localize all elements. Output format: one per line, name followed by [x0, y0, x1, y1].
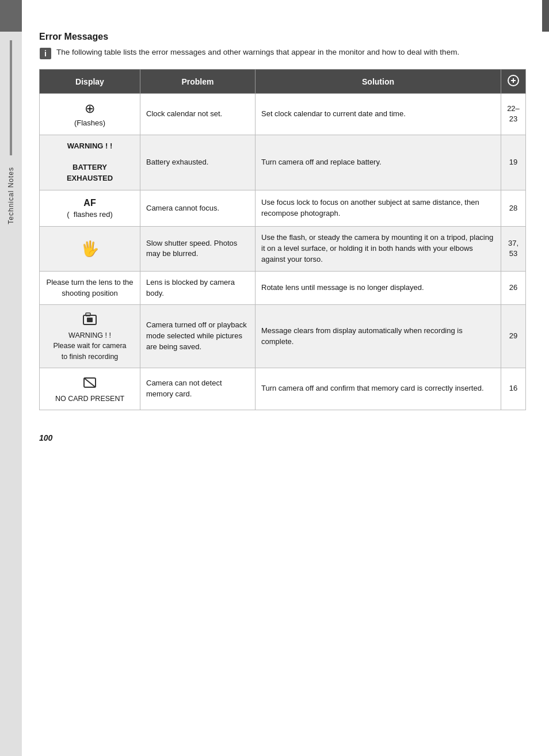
section-title: Error Messages [39, 32, 526, 42]
display-cell: Please turn the lens to the shooting pos… [40, 271, 140, 305]
display-cell: WARNING ! !BATTERYEXHAUSTED [40, 135, 140, 190]
no-card-icon [81, 374, 98, 391]
solution-cell: Rotate lens until message is no longer d… [256, 271, 501, 305]
problem-cell: Clock calendar not set. [140, 94, 256, 135]
shake-symbol: 🖐 [81, 240, 99, 257]
solution-cell: Turn camera off and confirm that memory … [256, 368, 501, 410]
solution-cell: Message clears from display automaticall… [256, 305, 501, 368]
svg-line-9 [84, 378, 96, 387]
table-row: NO CARD PRESENT Camera can not detect me… [40, 368, 526, 410]
lens-label: Please turn the lens to the shooting pos… [46, 278, 133, 297]
solution-cell: Use focus lock to focus on another subje… [256, 190, 501, 227]
sidebar-line [10, 40, 12, 155]
header-page [501, 70, 526, 94]
problem-cell: Camera can not detect memory card. [140, 368, 256, 410]
page-cell: 26 [501, 271, 526, 305]
table-row: WARNING ! !BATTERYEXHAUSTED Battery exha… [40, 135, 526, 190]
top-accent-bar [0, 0, 22, 32]
table-row: WARNING ! !Please wait for camerato fini… [40, 305, 526, 368]
svg-rect-6 [86, 313, 90, 316]
problem-cell: Battery exhausted. [140, 135, 256, 190]
svg-rect-7 [87, 318, 93, 322]
solution-cell: Turn camera off and replace battery. [256, 135, 501, 190]
page-cell: 28 [501, 190, 526, 227]
svg-text:i: i [44, 49, 47, 58]
af-label: AF [45, 196, 134, 209]
flashes-label: (Flashes) [74, 119, 105, 127]
page-cell: 37, 53 [501, 227, 526, 272]
table-row: AF ( flashes red) Camera cannot focus. U… [40, 190, 526, 227]
display-cell: ⊕ (Flashes) [40, 94, 140, 135]
right-accent-bar [542, 0, 549, 32]
problem-cell: Slow shutter speed. Photos may be blurre… [140, 227, 256, 272]
page-cell: 22–23 [501, 94, 526, 135]
page-cell: 29 [501, 305, 526, 368]
header-problem: Problem [140, 70, 256, 94]
solution-cell: Use the flash, or steady the camera by m… [256, 227, 501, 272]
page-icon [507, 74, 520, 87]
page-number: 100 [39, 433, 526, 442]
recording-icon [81, 311, 98, 328]
no-card-label: NO CARD PRESENT [45, 394, 134, 404]
note-icon: i [39, 47, 52, 60]
problem-cell: Camera cannot focus. [140, 190, 256, 227]
intro-row: i The following table lists the error me… [39, 47, 526, 60]
table-row: ⊕ (Flashes) Clock calendar not set. Set … [40, 94, 526, 135]
error-table: Display Problem Solution [39, 69, 526, 410]
table-row: 🖐 Slow shutter speed. Photos may be blur… [40, 227, 526, 272]
warning-recording-label: WARNING ! !Please wait for camerato fini… [45, 330, 134, 361]
display-cell: 🖐 [40, 227, 140, 272]
main-content: Error Messages i The following table lis… [22, 0, 549, 756]
problem-cell: Camera turned off or playback mode selec… [140, 305, 256, 368]
warning-label: WARNING ! !BATTERYEXHAUSTED [45, 141, 134, 184]
page-cell: 19 [501, 135, 526, 190]
solution-cell: Set clock calendar to current date and t… [256, 94, 501, 135]
sidebar: Technical Notes [0, 0, 22, 756]
display-cell: AF ( flashes red) [40, 190, 140, 227]
intro-text: The following table lists the error mess… [56, 47, 459, 58]
clock-symbol: ⊕ [85, 101, 95, 116]
header-solution: Solution [256, 70, 501, 94]
header-display: Display [40, 70, 140, 94]
table-row: Please turn the lens to the shooting pos… [40, 271, 526, 305]
sidebar-tab-label: Technical Notes [7, 167, 15, 224]
display-cell: NO CARD PRESENT [40, 368, 140, 410]
problem-cell: Lens is blocked by camera body. [140, 271, 256, 305]
page-cell: 16 [501, 368, 526, 410]
display-cell: WARNING ! !Please wait for camerato fini… [40, 305, 140, 368]
af-sub-label: ( flashes red) [67, 210, 112, 219]
